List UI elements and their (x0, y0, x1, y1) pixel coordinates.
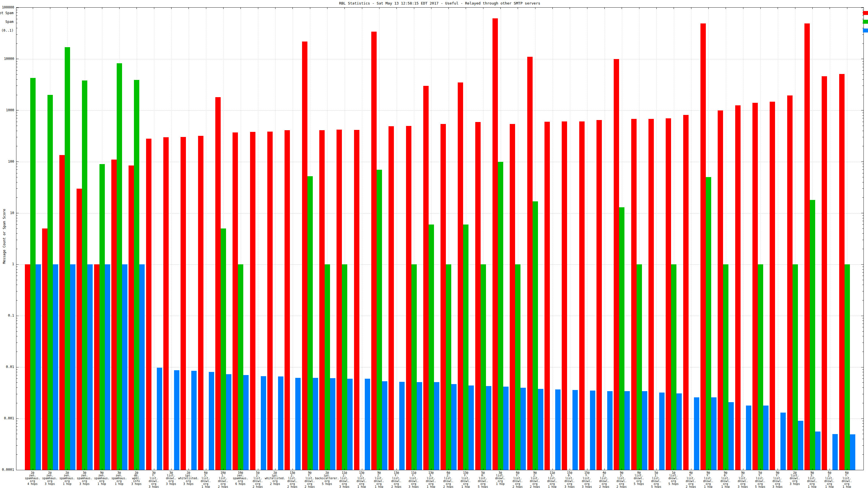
x-tick-top (778, 8, 778, 9)
spam-bar (411, 264, 417, 470)
x-tick-bottom (102, 468, 102, 470)
not-spam-bar (701, 24, 706, 470)
score-bar (538, 389, 544, 470)
x-tick-top (691, 8, 691, 9)
x-tick-bottom (500, 468, 501, 470)
spam-bar (446, 264, 451, 470)
not-spam-bar (267, 132, 273, 470)
spam-bar (619, 207, 624, 470)
y-minor-tick-left (17, 240, 18, 240)
not-spam-bar (648, 119, 654, 470)
y-minor-tick-left (17, 421, 18, 421)
x-tick-top (414, 8, 414, 9)
score-bar (572, 390, 578, 470)
y-minor-tick-right (862, 382, 864, 383)
y-minor-tick-right (862, 324, 864, 324)
y-minor-tick-right (862, 28, 864, 28)
x-tick-top (119, 8, 120, 9)
spam-bar (82, 80, 87, 470)
y-minor-tick-left (17, 336, 18, 336)
score-bar (243, 375, 249, 470)
y-minor-tick-left (17, 272, 18, 272)
score-bar (347, 379, 352, 470)
x-tick-top (847, 8, 847, 9)
x-group-label: 6@ Y. list. dnswl. org 1 hop (830, 471, 864, 488)
score-bar (798, 421, 803, 470)
y-tick-label: 0.001 (0, 417, 14, 420)
y-minor-tick-right (862, 188, 864, 189)
score-bar (261, 376, 266, 470)
legend-label-spam: Spam (0, 20, 13, 24)
x-gridline (570, 8, 570, 470)
y-minor-tick-right (862, 167, 864, 167)
y-minor-tick-right (862, 327, 864, 327)
x-tick-top (639, 8, 640, 9)
x-tick-top (587, 8, 587, 9)
rbl-statistics-chart-page: RBL Statistics - Sat May 13 12:58:15 EDT… (0, 0, 868, 488)
x-tick-top (622, 8, 622, 9)
y-minor-tick-right (862, 115, 864, 116)
spam-bar (307, 176, 313, 470)
x-tick-top (171, 8, 172, 9)
x-tick-top (327, 8, 328, 9)
score-bar (590, 391, 595, 470)
y-minor-tick-right (862, 177, 864, 177)
x-tick-bottom (379, 468, 379, 470)
not-spam-bar (787, 95, 793, 470)
x-tick-bottom (847, 468, 847, 470)
x-gridline (587, 8, 587, 470)
not-spam-bar (683, 115, 689, 470)
not-spam-bar (770, 102, 775, 470)
y-minor-tick-right (862, 10, 864, 10)
not-spam-bar (458, 83, 463, 470)
x-tick-bottom (292, 468, 293, 470)
y-minor-tick-right (862, 173, 864, 173)
score-bar (139, 264, 145, 470)
y-minor-tick-right (862, 228, 864, 229)
x-tick-bottom (778, 468, 778, 470)
not-spam-bar (562, 122, 567, 470)
x-tick-top (725, 8, 726, 9)
y-minor-tick-right (862, 61, 864, 62)
y-minor-tick-right (862, 122, 864, 122)
y-minor-tick-left (17, 28, 18, 28)
chart-title: RBL Statistics - Sat May 13 12:58:15 EDT… (16, 1, 863, 5)
spam-bar (377, 170, 382, 470)
y-minor-tick-left (17, 70, 18, 71)
y-major-tick-right (861, 264, 864, 265)
not-spam-bar (752, 103, 758, 470)
spam-bar (758, 264, 763, 470)
not-spam-bar (111, 160, 117, 470)
y-minor-tick-left (17, 167, 18, 167)
x-gridline (154, 8, 154, 470)
not-spam-bar (475, 122, 480, 470)
y-major-tick-left (17, 59, 19, 59)
score-bar (53, 264, 58, 470)
x-tick-bottom (223, 468, 223, 470)
x-tick-bottom (414, 468, 414, 470)
not-spam-bar (76, 189, 82, 470)
x-tick-bottom (622, 468, 622, 470)
y-minor-tick-left (17, 218, 18, 218)
score-bar (417, 382, 422, 470)
score-bar (174, 370, 179, 470)
score-bar (434, 382, 439, 470)
x-gridline (206, 8, 206, 470)
score-bar (278, 377, 283, 470)
y-minor-tick-left (17, 300, 18, 300)
not-spam-bar (302, 41, 307, 470)
x-tick-bottom (656, 468, 657, 470)
y-minor-tick-left (17, 249, 18, 249)
score-bar (295, 378, 301, 470)
spam-bar (706, 177, 711, 470)
x-tick-bottom (327, 468, 328, 470)
y-minor-tick-left (17, 19, 18, 19)
x-tick-bottom (136, 468, 137, 470)
score-bar (815, 431, 820, 470)
x-tick-bottom (708, 468, 709, 470)
y-minor-tick-right (862, 67, 864, 67)
x-tick-top (656, 8, 657, 9)
score-bar (746, 405, 751, 470)
x-tick-bottom (691, 468, 691, 470)
y-tick-label: 10 (0, 211, 14, 215)
